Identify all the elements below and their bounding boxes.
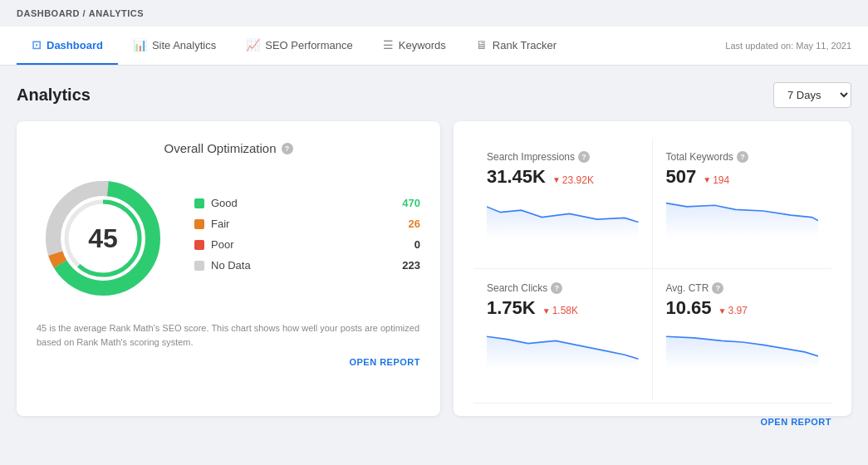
metrics-grid: Search Impressions ? 31.45K ▼ 23.92K (473, 138, 831, 399)
metrics-open-report[interactable]: OPEN REPORT (473, 417, 831, 427)
search-clicks-value-row: 1.75K ▼ 1.58K (487, 297, 639, 319)
poor-value: 0 (414, 238, 420, 251)
main-content: Analytics 7 Days 30 Days 90 Days Overall… (0, 66, 868, 433)
optimization-footer: 45 is the average Rank Math's SEO score.… (37, 321, 420, 370)
search-impressions-sparkline (487, 193, 639, 238)
search-clicks-value: 1.75K (487, 297, 536, 319)
search-clicks-sparkline (487, 324, 639, 370)
search-impressions-arrow: ▼ (552, 175, 561, 184)
search-impressions-value: 31.45K (487, 166, 546, 188)
poor-label: Poor (211, 238, 233, 251)
breadcrumb: DASHBOARD / ANALYTICS (0, 0, 868, 27)
tab-dashboard[interactable]: ⊡ Dashboard (17, 27, 118, 65)
total-keywords-change: ▼ 194 (703, 174, 729, 186)
avg-ctr-value-row: 10.65 ▼ 3.97 (666, 297, 819, 319)
tab-seo-performance-label: SEO Performance (265, 39, 353, 51)
dashboard-icon: ⊡ (32, 38, 42, 51)
total-keywords-help[interactable]: ? (737, 151, 748, 163)
donut-score: 45 (88, 223, 118, 254)
good-label: Good (211, 197, 238, 209)
avg-ctr-value: 10.65 (666, 297, 712, 319)
no-data-value: 223 (402, 259, 420, 272)
breadcrumb-current: ANALYTICS (89, 8, 144, 18)
avg-ctr-change: ▼ 3.97 (718, 305, 748, 316)
good-dot (194, 198, 204, 208)
tabs-bar: ⊡ Dashboard 📊 Site Analytics 📈 SEO Perfo… (0, 27, 868, 66)
metrics-card: Search Impressions ? 31.45K ▼ 23.92K (454, 121, 851, 416)
total-keywords-sparkline (666, 193, 819, 238)
poor-dot (194, 240, 204, 250)
metric-avg-ctr: Avg. CTR ? 10.65 ▼ 3.97 (653, 269, 832, 400)
no-data-dot (194, 261, 204, 271)
avg-ctr-help[interactable]: ? (712, 282, 723, 294)
donut-chart: 45 (37, 172, 169, 305)
total-keywords-label: Total Keywords ? (666, 151, 819, 163)
legend-good: Good 470 (194, 197, 420, 209)
page-header: Analytics 7 Days 30 Days 90 Days (17, 82, 851, 108)
optimization-card: Overall Optimization ? (17, 121, 440, 416)
optimization-footer-text: 45 is the average Rank Math's SEO score.… (37, 321, 420, 349)
metric-search-impressions: Search Impressions ? 31.45K ▼ 23.92K (473, 138, 653, 269)
metric-search-clicks: Search Clicks ? 1.75K ▼ 1.58K (473, 269, 653, 400)
tab-seo-performance[interactable]: 📈 SEO Performance (231, 27, 368, 65)
cards-row: Overall Optimization ? (17, 121, 851, 416)
avg-ctr-arrow: ▼ (718, 306, 727, 316)
search-impressions-value-row: 31.45K ▼ 23.92K (487, 166, 639, 188)
metrics-footer: OPEN REPORT (473, 403, 831, 427)
good-value: 470 (402, 197, 420, 209)
page-title: Analytics (17, 86, 91, 105)
tab-keywords-label: Keywords (399, 39, 446, 51)
site-analytics-icon: 📊 (133, 38, 147, 51)
breadcrumb-home[interactable]: DASHBOARD (17, 8, 80, 18)
seo-performance-icon: 📈 (246, 38, 260, 51)
tab-dashboard-label: Dashboard (47, 39, 103, 51)
search-clicks-label: Search Clicks ? (487, 282, 639, 294)
search-clicks-change: ▼ 1.58K (542, 305, 578, 316)
optimization-legend: Good 470 Fair 26 Poor (194, 197, 420, 280)
optimization-card-title: Overall Optimization ? (37, 141, 420, 155)
breadcrumb-separator: / (83, 8, 86, 18)
fair-label: Fair (211, 218, 229, 230)
tab-rank-tracker[interactable]: 🖥 Rank Tracker (461, 27, 571, 65)
optimization-body: 45 Good 470 Fair (37, 172, 420, 305)
fair-dot (194, 219, 204, 229)
tab-rank-tracker-label: Rank Tracker (493, 39, 557, 51)
last-updated: Last updated on: May 11, 2021 (725, 41, 851, 51)
rank-tracker-icon: 🖥 (476, 38, 488, 51)
days-select[interactable]: 7 Days 30 Days 90 Days (773, 82, 851, 108)
search-clicks-arrow: ▼ (542, 306, 551, 316)
total-keywords-value: 507 (666, 166, 697, 188)
avg-ctr-sparkline (666, 324, 819, 370)
tab-site-analytics[interactable]: 📊 Site Analytics (118, 27, 231, 65)
keywords-icon: ☰ (383, 38, 394, 51)
legend-no-data: No Data 223 (194, 259, 420, 272)
tabs-list: ⊡ Dashboard 📊 Site Analytics 📈 SEO Perfo… (17, 27, 571, 65)
optimization-open-report[interactable]: OPEN REPORT (37, 355, 420, 370)
legend-poor: Poor 0 (194, 238, 420, 251)
optimization-help-icon[interactable]: ? (282, 143, 293, 154)
avg-ctr-label: Avg. CTR ? (666, 282, 819, 294)
total-keywords-arrow: ▼ (703, 175, 711, 184)
no-data-label: No Data (211, 259, 251, 272)
search-clicks-help[interactable]: ? (551, 282, 562, 294)
metric-total-keywords: Total Keywords ? 507 ▼ 194 (653, 138, 832, 269)
tab-site-analytics-label: Site Analytics (152, 39, 216, 51)
total-keywords-value-row: 507 ▼ 194 (666, 166, 819, 188)
search-impressions-help[interactable]: ? (578, 151, 590, 163)
fair-value: 26 (409, 218, 420, 230)
tab-keywords[interactable]: ☰ Keywords (368, 27, 461, 65)
search-impressions-change: ▼ 23.92K (552, 174, 594, 186)
legend-fair: Fair 26 (194, 218, 420, 230)
search-impressions-label: Search Impressions ? (487, 151, 639, 163)
